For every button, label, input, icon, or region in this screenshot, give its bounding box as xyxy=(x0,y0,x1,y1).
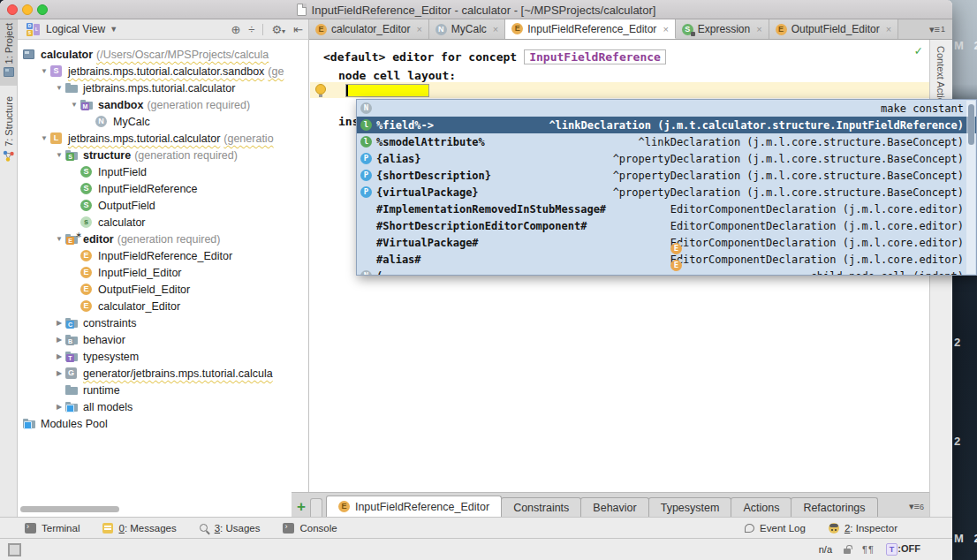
aspect-tab-behavior[interactable]: Behavior xyxy=(580,497,648,517)
completion-item[interactable]: Nmake constant xyxy=(357,100,976,117)
completion-item[interactable]: E#VirtualPackage#EditorComponentDeclarat… xyxy=(357,234,976,251)
expanded-arrow-icon[interactable]: ▼ xyxy=(53,151,65,159)
tree-row-jetbrains-mps-tutorial-calculator[interactable]: ▼jetbrains.mps.tutorial.calculator xyxy=(18,79,308,96)
tree-row-runtime[interactable]: runtime xyxy=(18,382,308,398)
concept-reference[interactable]: InputFieldReference xyxy=(524,49,666,64)
collapsed-arrow-icon[interactable]: ▶ xyxy=(53,403,65,411)
editor-tab-MyCalc[interactable]: NMyCalc× xyxy=(429,19,505,39)
popup-scrollbar-thumb[interactable] xyxy=(968,104,974,145)
tree-row-modules-pool[interactable]: Modules Pool xyxy=(18,415,308,432)
editing-cell[interactable] xyxy=(345,84,429,97)
tree-horizontal-scrollbar[interactable] xyxy=(20,506,119,512)
toolwindow-button-event-log[interactable]: Event Log xyxy=(745,523,806,534)
intention-bulb-icon[interactable] xyxy=(315,84,326,95)
tree-row-outputfield[interactable]: SOutputField xyxy=(18,197,308,214)
editor-tab-calculator_Editor[interactable]: Ecalculator_Editor× xyxy=(309,19,429,39)
editor-tab-OutputField_Editor[interactable]: EOutputField_Editor× xyxy=(769,19,899,39)
completion-item[interactable]: E#alias#EditorComponentDeclaration (j.m.… xyxy=(357,251,976,268)
tree-row-structure[interactable]: ▼Sstructure (generation required) xyxy=(18,147,308,163)
popup-scrollbar[interactable] xyxy=(966,101,975,274)
completion-item[interactable]: P{alias}^propertyDeclaration (j.m.l.core… xyxy=(357,150,976,167)
aspect-tab-typesystem[interactable]: Typesystem xyxy=(648,497,732,517)
close-icon[interactable]: × xyxy=(756,24,761,34)
completion-popup[interactable]: Nmake constantl%field%->^linkDeclaration… xyxy=(356,99,977,276)
tree-row-sandbox[interactable]: ▼Msandbox (generation required) xyxy=(18,96,308,113)
hide-panel-icon[interactable]: ⇤ xyxy=(293,23,303,36)
add-aspect-button[interactable]: + xyxy=(297,499,306,514)
project-tree-panel: calculator (/Users/Oscar/MPSProjects/cal… xyxy=(18,40,309,517)
toolwindow-button-terminal[interactable]: Terminal xyxy=(25,523,80,534)
whitespace-toggle-icon[interactable]: ¶¶ xyxy=(862,544,875,555)
tree-item-label: InputField xyxy=(98,166,147,178)
toolwindow-tab-project[interactable]: 1: Project xyxy=(0,19,17,86)
tree-row-behavior[interactable]: ▶Bbehavior xyxy=(18,331,308,348)
tree-row-generator-jetbrains-mps-tutorial-calcula[interactable]: ▶Ggenerator/jetbrains.mps.tutorial.calcu… xyxy=(18,365,308,382)
editor-tab-Expression[interactable]: SExpression× xyxy=(676,19,769,39)
completion-item[interactable]: P{shortDescription}^propertyDeclaration … xyxy=(357,167,976,184)
chevron-down-icon[interactable]: ▼ xyxy=(110,25,117,34)
collapsed-arrow-icon[interactable]: ▶ xyxy=(53,319,65,327)
toolwindow-button-inspector[interactable]: 2: Inspector xyxy=(829,523,897,534)
tree-row-mycalc[interactable]: NMyCalc xyxy=(18,113,308,130)
tree-row-all-models[interactable]: ▶all models xyxy=(18,398,308,415)
tree-row-jetbrains-mps-tutorial-calculator-sandbox[interactable]: ▼Sjetbrains.mps.tutorial.calculator.sand… xyxy=(18,63,308,79)
collapsed-arrow-icon[interactable]: ▶ xyxy=(53,369,65,377)
expanded-arrow-icon[interactable]: ▼ xyxy=(68,101,80,109)
tree-row-inputfield-editor[interactable]: EInputField_Editor xyxy=(18,264,308,281)
toolwindow-button-messages[interactable]: 0: Messages xyxy=(102,523,176,534)
completion-type: ^linkDeclaration (j.m.t.calculator.struc… xyxy=(538,119,964,132)
titlebar[interactable]: InputFieldReference_Editor - calculator … xyxy=(0,0,952,19)
completion-item[interactable]: l%smodelAttribute%^linkDeclaration (j.m.… xyxy=(357,133,976,150)
tree-row-constraints[interactable]: ▶Cconstraints xyxy=(18,314,308,331)
collapsed-arrow-icon[interactable]: ▶ xyxy=(53,336,65,344)
expanded-arrow-icon[interactable]: ▼ xyxy=(38,67,50,75)
tree-row-calculator[interactable]: calculator (/Users/Oscar/MPSProjects/cal… xyxy=(18,46,308,63)
toolwindow-switcher-icon[interactable] xyxy=(8,543,21,556)
completion-item[interactable]: E#ImplementationRemovedInStubMessage#Edi… xyxy=(357,201,976,217)
blank-tab[interactable] xyxy=(310,498,322,517)
close-icon[interactable]: × xyxy=(416,24,421,34)
completion-item[interactable]: P{virtualPackage}^propertyDeclaration (j… xyxy=(357,184,976,201)
collapse-all-icon[interactable]: ÷ xyxy=(248,23,254,36)
close-icon[interactable]: × xyxy=(886,24,891,34)
aspect-tab-constraints[interactable]: Constraints xyxy=(501,497,581,517)
gear-icon[interactable]: ⚙▾ xyxy=(271,23,285,36)
unlock-icon[interactable] xyxy=(844,549,851,554)
tree-row-calculator-editor[interactable]: Ecalculator_Editor xyxy=(18,298,308,314)
tree-item-label: behavior xyxy=(83,334,125,346)
toolwindow-tab-structure[interactable]: 7: Structure xyxy=(0,93,17,170)
aspect-tab-refactorings[interactable]: Refactorings xyxy=(791,497,877,517)
aspect-tab-label: Behavior xyxy=(593,502,636,514)
typesystem-toggle[interactable]: T:OFF xyxy=(886,543,920,556)
view-selector[interactable]: Logical View xyxy=(46,23,105,35)
tree-row-inputfield[interactable]: SInputField xyxy=(18,163,308,180)
tree-row-outputfield-editor[interactable]: EOutputField_Editor xyxy=(18,281,308,298)
collapsed-arrow-icon[interactable]: ▶ xyxy=(53,352,65,360)
folder-t-icon: T xyxy=(65,351,80,363)
aspect-tab-actions[interactable]: Actions xyxy=(731,497,791,517)
tree-row-calculator[interactable]: scalculator xyxy=(18,214,308,231)
editor-tab-InputFieldReference_Editor[interactable]: EInputFieldReference_Editor× xyxy=(505,19,676,39)
completion-item[interactable]: N(-child node cell (indent) xyxy=(357,268,976,276)
expanded-arrow-icon[interactable]: ▼ xyxy=(53,84,65,92)
tree-row-jetbrains-mps-tutorial-calculator[interactable]: ▼Ljetbrains.mps.tutorial.calculator (gen… xyxy=(18,130,308,147)
tree-row-inputfieldreference-editor[interactable]: EInputFieldReference_Editor xyxy=(18,247,308,264)
locate-icon[interactable]: ⊕ xyxy=(231,23,240,36)
default-keyword: <default> xyxy=(323,50,385,64)
tree-row-inputfieldreference[interactable]: SInputFieldReference xyxy=(18,180,308,197)
completion-type: EditorComponentDeclaration (j.m.l.core.e… xyxy=(660,237,964,249)
close-icon[interactable]: × xyxy=(663,24,668,34)
toolwindow-button-usages[interactable]: 3: Usages xyxy=(200,523,261,534)
tree-row-typesystem[interactable]: ▶Ttypesystem xyxy=(18,348,308,365)
aspect-tab-inputfieldreference_editor[interactable]: EInputFieldReference_Editor xyxy=(326,496,502,517)
aspect-tab-list-dropdown[interactable]: ▾≡6 xyxy=(909,501,924,512)
completion-item-selected[interactable]: l%field%->^linkDeclaration (j.m.t.calcul… xyxy=(357,117,976,133)
toolwindow-button-console[interactable]: Console xyxy=(283,523,337,534)
tab-list-dropdown[interactable]: ▾≡1 xyxy=(929,19,952,39)
tree-row-editor[interactable]: ▼E∗editor (generation required) xyxy=(18,231,308,247)
completion-item[interactable]: E#ShortDescriptionEditorComponent#Editor… xyxy=(357,217,976,234)
expanded-arrow-icon[interactable]: ▼ xyxy=(38,134,50,142)
node-cell-layout-label: node cell layout: xyxy=(338,69,456,82)
close-icon[interactable]: × xyxy=(493,24,498,34)
expanded-arrow-icon[interactable]: ▼ xyxy=(53,235,65,243)
